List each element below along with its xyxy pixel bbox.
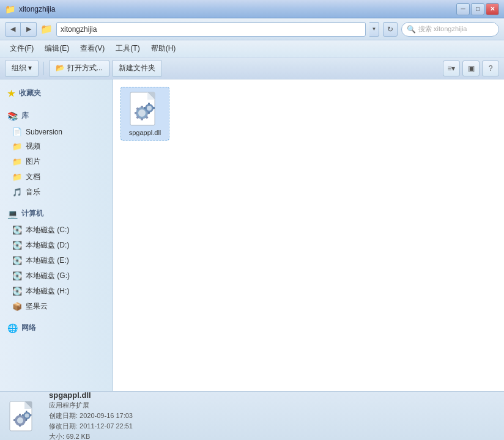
network-section[interactable]: 🌐 网络 (0, 319, 113, 337)
video-label: 视频 (26, 141, 40, 152)
maximize-button[interactable]: □ (471, 3, 484, 15)
title-bar: 📁 xitongzhijia ─ □ ✕ (0, 0, 504, 18)
library-label: 库 (21, 111, 29, 121)
search-placeholder: 搜索 xitongzhijia (418, 24, 467, 34)
sidebar-item-documents[interactable]: 📁 文档 (0, 169, 113, 185)
jianguoyun-label: 坚果云 (26, 301, 48, 312)
svg-rect-5 (141, 106, 143, 108)
drive-c-label: 本地磁盘 (C:) (26, 225, 69, 235)
svg-rect-7 (135, 112, 137, 114)
folder-icon: 📁 (40, 23, 53, 35)
svg-rect-30 (26, 411, 28, 413)
svg-point-29 (25, 413, 29, 417)
menu-edit[interactable]: 编辑(E) (40, 42, 74, 56)
address-bar: ◀ ▶ 📁 xitongzhijia ▼ ↻ 🔍 搜索 xitongzhijia (0, 18, 504, 40)
file-item-dll[interactable]: spgappl.dll (120, 87, 169, 141)
nav-buttons: ◀ ▶ (5, 22, 37, 37)
sidebar-item-drive-c[interactable]: 💽 本地磁盘 (C:) (0, 222, 113, 238)
address-path[interactable]: xitongzhijia (56, 22, 366, 37)
menu-view[interactable]: 查看(V) (75, 42, 109, 56)
new-folder-button[interactable]: 新建文件夹 (112, 60, 162, 77)
svg-rect-17 (144, 107, 146, 109)
minimize-button[interactable]: ─ (456, 3, 470, 15)
svg-rect-32 (22, 414, 24, 416)
file-name: spgappl.dll (129, 129, 161, 136)
sidebar-item-drive-e[interactable]: 💽 本地磁盘 (E:) (0, 253, 113, 268)
status-created: 创建日期: 2020-09-16 17:03 (49, 411, 133, 420)
drive-icon-d: 💽 (12, 241, 22, 250)
network-icon: 🌐 (7, 323, 18, 333)
drive-g-label: 本地磁盘 (G:) (26, 271, 70, 281)
svg-rect-31 (26, 419, 28, 420)
sidebar-item-drive-h[interactable]: 💽 本地磁盘 (H:) (0, 284, 113, 299)
search-icon: 🔍 (407, 25, 416, 34)
svg-rect-18 (153, 107, 155, 109)
svg-rect-33 (30, 414, 32, 416)
drive-icon-g: 💽 (12, 271, 22, 280)
drive-d-label: 本地磁盘 (D:) (26, 240, 69, 251)
status-filename: spgappl.dll (49, 391, 133, 400)
toolbar: 组织 ▾ 📂 打开方式... 新建文件夹 ≡▾ ▣ ? (0, 57, 504, 79)
back-button[interactable]: ◀ (5, 22, 21, 37)
toolbar-right: ≡▾ ▣ ? (443, 61, 499, 76)
forward-button[interactable]: ▶ (21, 22, 37, 37)
toolbar-separator (43, 62, 44, 75)
drive-e-label: 本地磁盘 (E:) (26, 255, 69, 266)
open-with-button[interactable]: 📂 打开方式... (49, 60, 109, 77)
music-icon: 🎵 (12, 188, 22, 197)
svg-rect-25 (19, 425, 21, 427)
menu-bar: 文件(F) 编辑(E) 查看(V) 工具(T) 帮助(H) (0, 40, 504, 57)
sidebar-item-pictures[interactable]: 📁 图片 (0, 154, 113, 169)
computer-section[interactable]: 💻 计算机 (0, 205, 113, 222)
subversion-label: Subversion (26, 128, 62, 136)
view-toggle-button[interactable]: ≡▾ (443, 61, 460, 76)
organize-button[interactable]: 组织 ▾ (5, 60, 39, 77)
computer-icon: 💻 (7, 209, 18, 219)
status-bar: spgappl.dll 应用程序扩展 创建日期: 2020-09-16 17:0… (0, 391, 504, 440)
status-type: 应用程序扩展 (49, 401, 133, 410)
status-file-icon (7, 400, 39, 432)
pane-button[interactable]: ▣ (462, 61, 480, 76)
help-button[interactable]: ? (482, 61, 499, 76)
svg-rect-24 (19, 414, 21, 416)
drive-icon-h: 💽 (12, 287, 22, 296)
library-section[interactable]: 📚 库 (0, 107, 113, 125)
sidebar-item-music[interactable]: 🎵 音乐 (0, 185, 113, 200)
menu-tools[interactable]: 工具(T) (111, 42, 144, 56)
network-label: 网络 (21, 323, 36, 333)
sidebar-divider-1 (0, 102, 113, 107)
library-icon: 📚 (7, 111, 18, 121)
cloud-icon: 📦 (12, 302, 22, 311)
title-bar-left: 📁 xitongzhijia (5, 4, 55, 14)
title-bar-buttons: ─ □ ✕ (456, 3, 499, 15)
search-box[interactable]: 🔍 搜索 xitongzhijia (401, 22, 499, 37)
sidebar-item-drive-d[interactable]: 💽 本地磁盘 (D:) (0, 238, 113, 253)
menu-help[interactable]: 帮助(H) (146, 42, 181, 56)
close-button[interactable]: ✕ (486, 3, 499, 15)
sidebar-item-video[interactable]: 📁 视频 (0, 139, 113, 154)
status-details: spgappl.dll 应用程序扩展 创建日期: 2020-09-16 17:0… (49, 391, 133, 440)
menu-file[interactable]: 文件(F) (5, 42, 39, 56)
svg-point-23 (17, 417, 23, 424)
refresh-button[interactable]: ↻ (383, 22, 398, 37)
folder-icon-video: 📁 (12, 142, 22, 151)
sidebar: ★ 收藏夹 📚 库 📄 Subversion 📁 视频 📁 图片 📁 文档 🎵 … (0, 79, 113, 391)
svg-rect-15 (148, 103, 150, 105)
drive-h-label: 本地磁盘 (H:) (26, 286, 69, 296)
svg-rect-16 (148, 112, 150, 114)
favorites-section: ★ 收藏夹 (0, 84, 113, 102)
svg-point-4 (138, 109, 146, 117)
sidebar-item-subversion[interactable]: 📄 Subversion (0, 125, 113, 139)
music-label: 音乐 (26, 187, 40, 197)
folder-icon-pictures: 📁 (12, 157, 22, 166)
dll-file-icon (129, 91, 161, 127)
sidebar-item-drive-g[interactable]: 💽 本地磁盘 (G:) (0, 268, 113, 284)
pictures-label: 图片 (26, 156, 40, 167)
sidebar-divider-2 (0, 200, 113, 205)
svg-rect-6 (141, 118, 143, 120)
status-size: 大小: 69.2 KB (49, 432, 133, 440)
sidebar-item-jianguoyun[interactable]: 📦 坚果云 (0, 299, 113, 314)
favorites-label: 收藏夹 (19, 88, 41, 98)
main-layout: ★ 收藏夹 📚 库 📄 Subversion 📁 视频 📁 图片 📁 文档 🎵 … (0, 79, 504, 391)
address-dropdown[interactable]: ▼ (369, 22, 379, 37)
